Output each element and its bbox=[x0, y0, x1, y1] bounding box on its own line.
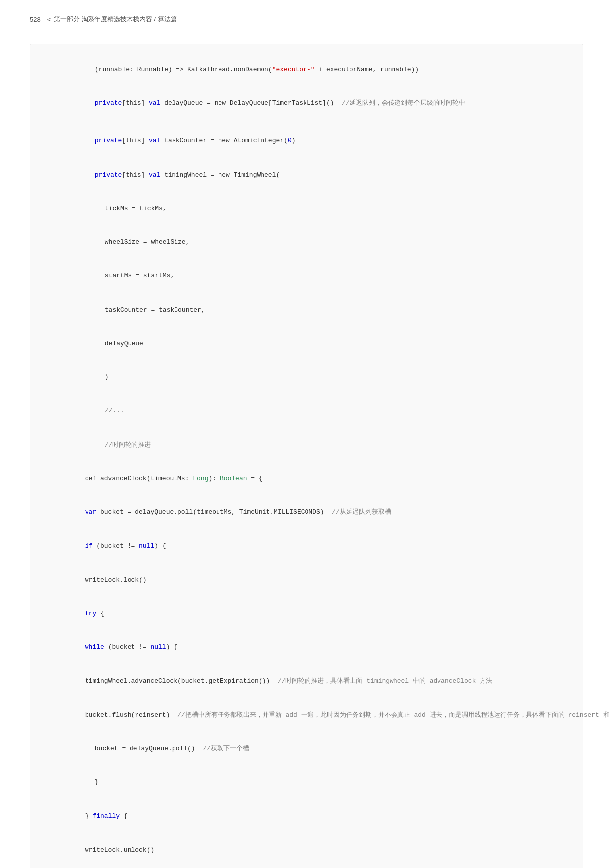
code-line-finally: } finally { bbox=[42, 800, 571, 833]
code-line: tickMs = tickMs, bbox=[42, 192, 571, 226]
blank-line bbox=[42, 121, 571, 125]
page-number: 528 bbox=[30, 16, 41, 23]
page-header: 528 < 第一部分 淘系年度精选技术栈内容 / 算法篇 bbox=[0, 15, 613, 34]
code-line: try { bbox=[42, 597, 571, 631]
code-line: //... bbox=[42, 395, 571, 428]
code-line: var bucket = delayQueue.poll(timeoutMs, … bbox=[42, 496, 571, 529]
code-line: ) bbox=[42, 361, 571, 394]
code-line: delayQueue bbox=[42, 327, 571, 361]
breadcrumb: 第一部分 淘系年度精选技术栈内容 / 算法篇 bbox=[54, 15, 176, 24]
code-line: private[this] val delayQueue = new Delay… bbox=[42, 87, 571, 120]
code-line: wheelSize = wheelSize, bbox=[42, 226, 571, 259]
code-line: if (bucket != null) { bbox=[42, 530, 571, 563]
page-container: 528 < 第一部分 淘系年度精选技术栈内容 / 算法篇 (runnable: … bbox=[0, 0, 613, 868]
code-line: startMs = startMs, bbox=[42, 260, 571, 293]
code-line: taskCounter = taskCounter, bbox=[42, 293, 571, 327]
header-separator: < bbox=[47, 16, 51, 23]
code-line: writeLock.unlock() bbox=[42, 833, 571, 867]
code-line: //时间轮的推进 bbox=[42, 428, 571, 462]
code-line: writeLock.lock() bbox=[42, 563, 571, 597]
code-line: timingWheel.advanceClock(bucket.getExpir… bbox=[42, 665, 571, 698]
code-line: bucket.flush(reinsert) //把槽中所有任务都取出来，并重新… bbox=[42, 698, 571, 732]
code-line: while (bucket != null) { bbox=[42, 631, 571, 664]
code-line: (runnable: Runnable) => KafkaThread.nonD… bbox=[42, 53, 571, 87]
code-line: private[this] val taskCounter = new Atom… bbox=[42, 125, 571, 158]
code-line: } bbox=[42, 766, 571, 799]
code-line: private[this] val timingWheel = new Timi… bbox=[42, 158, 571, 192]
code-line: def advanceClock(timeoutMs: Long): Boole… bbox=[42, 462, 571, 496]
code-block: (runnable: Runnable) => KafkaThread.nonD… bbox=[30, 44, 583, 868]
code-line: bucket = delayQueue.poll() //获取下一个槽 bbox=[42, 732, 571, 766]
